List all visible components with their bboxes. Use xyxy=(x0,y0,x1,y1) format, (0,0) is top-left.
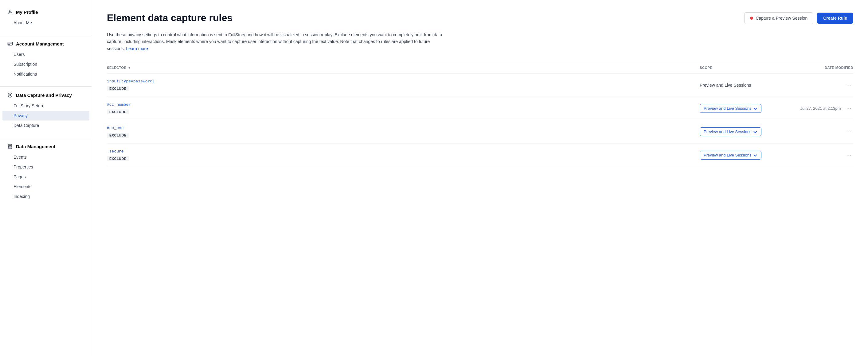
shield-icon xyxy=(7,92,13,98)
date-value-2: Jul 27, 2021 at 2:13pm xyxy=(800,106,841,111)
scope-dropdown-2[interactable]: Preview and Live Sessions xyxy=(700,104,762,113)
scope-dropdown-4[interactable]: Preview and Live Sessions xyxy=(700,151,762,159)
sidebar-header-profile[interactable]: My Profile xyxy=(0,6,92,18)
tag-exclude-1: EXCLUDE xyxy=(107,86,129,91)
chevron-down-icon xyxy=(753,153,757,157)
divider-2 xyxy=(0,86,92,87)
create-button-label: Create Rule xyxy=(823,16,847,21)
cell-selector-2: #cc_number EXCLUDE xyxy=(107,102,700,114)
main-content: Element data capture rules Capture a Pre… xyxy=(92,0,868,356)
cell-scope-1: Preview and Live Sessions xyxy=(700,82,786,88)
th-date: DATE MODIFIED xyxy=(786,66,853,69)
sidebar-item-fullstory-setup[interactable]: FullStory Setup xyxy=(0,101,92,111)
sidebar-header-profile-label: My Profile xyxy=(16,9,38,15)
sidebar-item-data-capture[interactable]: Data Capture xyxy=(0,120,92,130)
svg-point-0 xyxy=(9,10,11,12)
cell-selector-4: .secure EXCLUDE xyxy=(107,149,700,161)
sidebar-header-account[interactable]: Account Management xyxy=(0,38,92,50)
svg-rect-1 xyxy=(8,42,12,45)
page-header: Element data capture rules Capture a Pre… xyxy=(107,12,853,24)
selector-code-2: #cc_number xyxy=(107,102,700,107)
sidebar-header-data-capture-label: Data Capture and Privacy xyxy=(16,92,72,98)
th-selector: SELECTOR ▼ xyxy=(107,66,700,69)
th-scope: SCOPE xyxy=(700,66,786,69)
cell-scope-4: Preview and Live Sessions xyxy=(700,151,786,159)
selector-code-1: input[type=password] xyxy=(107,79,700,84)
sidebar-item-elements[interactable]: Elements xyxy=(0,182,92,191)
create-rule-button[interactable]: Create Rule xyxy=(817,12,853,24)
svg-point-6 xyxy=(8,144,12,146)
user-icon xyxy=(7,9,13,15)
page-description: Use these privacy settings to control wh… xyxy=(107,31,445,52)
tag-exclude-4: EXCLUDE xyxy=(107,156,129,161)
sidebar-item-notifications[interactable]: Notifications xyxy=(0,69,92,79)
cell-date-2: Jul 27, 2021 at 2:13pm ··· xyxy=(786,105,853,112)
sidebar-item-pages[interactable]: Pages xyxy=(0,172,92,182)
table-row: input[type=password] EXCLUDE Preview and… xyxy=(107,73,853,97)
scope-dropdown-label-2: Preview and Live Sessions xyxy=(704,106,751,111)
capture-button-label: Capture a Preview Session xyxy=(755,16,807,21)
table-row: #cc_number EXCLUDE Preview and Live Sess… xyxy=(107,97,853,120)
sidebar-header-data-management-label: Data Management xyxy=(16,144,55,149)
header-actions: Capture a Preview Session Create Rule xyxy=(744,12,853,24)
row-menu-button-1[interactable]: ··· xyxy=(845,82,853,89)
sidebar-header-data-management[interactable]: Data Management xyxy=(0,141,92,152)
card-icon xyxy=(7,41,13,47)
sidebar-item-about-me[interactable]: About Me xyxy=(0,18,92,28)
sidebar-header-account-label: Account Management xyxy=(16,41,64,47)
sidebar-section-profile: My Profile About Me xyxy=(0,6,92,33)
scope-dropdown-label-3: Preview and Live Sessions xyxy=(704,129,751,134)
cell-date-3: ··· xyxy=(786,128,853,135)
scope-dropdown-3[interactable]: Preview and Live Sessions xyxy=(700,127,762,136)
chevron-down-icon xyxy=(753,130,757,134)
rules-table: SELECTOR ▼ SCOPE DATE MODIFIED input[typ… xyxy=(107,62,853,167)
cell-selector-3: #cc_cvc EXCLUDE xyxy=(107,126,700,138)
sidebar-item-properties[interactable]: Properties xyxy=(0,162,92,172)
sidebar: My Profile About Me Account Management U… xyxy=(0,0,92,356)
learn-more-link[interactable]: Learn more xyxy=(126,46,148,51)
sidebar-header-data-capture[interactable]: Data Capture and Privacy xyxy=(0,89,92,101)
sidebar-section-data-capture: Data Capture and Privacy FullStory Setup… xyxy=(0,89,92,135)
cell-scope-2: Preview and Live Sessions xyxy=(700,104,786,113)
scope-text-1: Preview and Live Sessions xyxy=(700,83,751,88)
table-row: #cc_cvc EXCLUDE Preview and Live Session… xyxy=(107,120,853,144)
chevron-down-icon xyxy=(753,107,757,111)
scope-dropdown-label-4: Preview and Live Sessions xyxy=(704,153,751,157)
tag-exclude-2: EXCLUDE xyxy=(107,110,129,114)
cell-scope-3: Preview and Live Sessions xyxy=(700,127,786,136)
sidebar-item-subscription[interactable]: Subscription xyxy=(0,59,92,69)
selector-code-3: #cc_cvc xyxy=(107,126,700,130)
row-menu-button-2[interactable]: ··· xyxy=(845,105,853,112)
sidebar-section-data-management: Data Management Events Properties Pages … xyxy=(0,141,92,206)
row-menu-button-4[interactable]: ··· xyxy=(845,152,853,159)
cell-date-4: ··· xyxy=(786,152,853,159)
divider-1 xyxy=(0,35,92,35)
sidebar-item-indexing[interactable]: Indexing xyxy=(0,191,92,201)
recording-dot xyxy=(750,17,753,20)
row-menu-button-3[interactable]: ··· xyxy=(845,128,853,135)
capture-preview-button[interactable]: Capture a Preview Session xyxy=(744,12,813,24)
cell-date-1: ··· xyxy=(786,82,853,89)
table-header: SELECTOR ▼ SCOPE DATE MODIFIED xyxy=(107,62,853,73)
sort-icon: ▼ xyxy=(128,66,131,69)
database-icon xyxy=(7,144,13,149)
sidebar-item-privacy[interactable]: Privacy xyxy=(2,111,89,120)
sidebar-section-account: Account Management Users Subscription No… xyxy=(0,38,92,84)
cell-selector-1: input[type=password] EXCLUDE xyxy=(107,79,700,91)
sidebar-item-events[interactable]: Events xyxy=(0,152,92,162)
table-row: .secure EXCLUDE Preview and Live Session… xyxy=(107,144,853,167)
page-title: Element data capture rules xyxy=(107,12,232,24)
tag-exclude-3: EXCLUDE xyxy=(107,133,129,138)
selector-code-4: .secure xyxy=(107,149,700,154)
sidebar-item-users[interactable]: Users xyxy=(0,50,92,59)
